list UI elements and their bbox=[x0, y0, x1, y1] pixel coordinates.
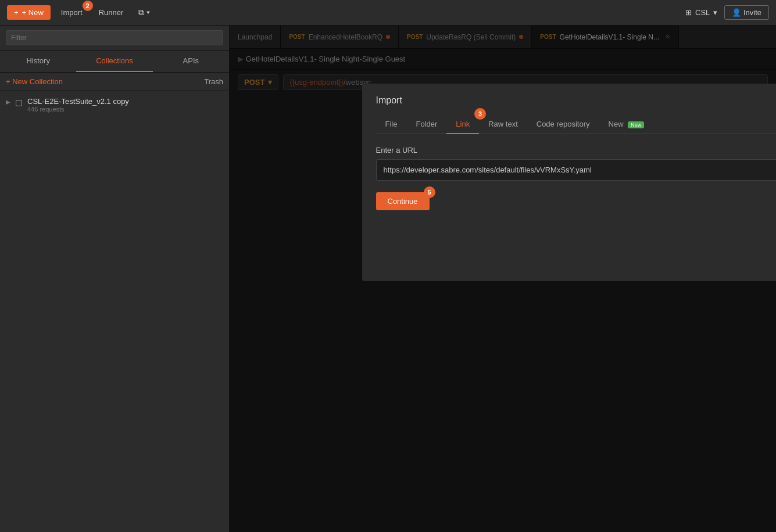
file-tab-label: File bbox=[385, 120, 398, 128]
list-item[interactable]: ▶ ▢ CSL-E2E-TestSuite_v2.1 copy 446 requ… bbox=[0, 91, 229, 118]
trash-button[interactable]: Trash bbox=[204, 77, 223, 86]
person-icon: 👤 bbox=[732, 8, 741, 17]
runner-button[interactable]: Runner bbox=[93, 5, 130, 20]
sidebar-item-collections[interactable]: Collections bbox=[76, 51, 152, 72]
copy-button[interactable]: ⧉ ▾ bbox=[134, 5, 155, 20]
import-button[interactable]: Import 2 bbox=[55, 5, 88, 20]
runner-label: Runner bbox=[99, 8, 124, 17]
history-tab-label: History bbox=[26, 56, 49, 65]
content-area: Launchpad POST EnhancedHotelBookRQ POST … bbox=[230, 26, 776, 532]
url-input-field[interactable] bbox=[376, 159, 777, 181]
sidebar-actions: + New Collection Trash bbox=[0, 73, 229, 91]
link-tab-label: Link bbox=[456, 120, 470, 128]
modal-overlay: Import × File Folder Link 3 bbox=[230, 26, 776, 532]
step-badge-5: 5 bbox=[424, 186, 435, 198]
folder-tab-label: Folder bbox=[416, 120, 437, 128]
collection-count: 446 requests bbox=[27, 106, 129, 113]
continue-button[interactable]: Continue bbox=[376, 192, 430, 210]
rawtext-tab-label: Raw text bbox=[488, 120, 518, 128]
tab-coderepository[interactable]: Code repository bbox=[527, 115, 599, 134]
tab-folder[interactable]: Folder bbox=[406, 115, 446, 134]
invite-button[interactable]: 👤 Invite bbox=[724, 5, 769, 20]
folder-icon: ▢ bbox=[15, 98, 23, 107]
grid-icon: ⊞ bbox=[685, 8, 692, 17]
apis-tab-label: APIs bbox=[183, 56, 199, 65]
new-tab-label: New bbox=[609, 120, 624, 128]
sidebar-item-apis[interactable]: APIs bbox=[153, 51, 229, 72]
topbar: + + New Import 2 Runner ⧉ ▾ ⊞ CSL ▾ 👤 In… bbox=[0, 0, 776, 26]
search-input[interactable] bbox=[6, 30, 223, 45]
tab-rawtext[interactable]: Raw text bbox=[479, 115, 527, 134]
sidebar-tabs: History Collections APIs bbox=[0, 51, 229, 73]
topbar-right: ⊞ CSL ▾ 👤 Invite bbox=[685, 5, 769, 20]
chevron-down-icon: ▾ bbox=[713, 8, 717, 17]
import-modal: Import × File Folder Link 3 bbox=[362, 84, 777, 281]
chevron-right-icon: ▶ bbox=[6, 99, 10, 105]
new-button[interactable]: + + New bbox=[7, 5, 51, 20]
tab-new[interactable]: New New bbox=[599, 115, 654, 134]
url-label-text: Enter a URL bbox=[376, 146, 418, 154]
continue-label: Continue bbox=[388, 197, 418, 206]
modal-title-text: Import bbox=[376, 95, 402, 105]
import-badge: 2 bbox=[83, 1, 93, 11]
new-collection-label: + New Collection bbox=[6, 77, 63, 86]
tab-file[interactable]: File bbox=[376, 115, 407, 134]
sidebar: History Collections APIs + New Collectio… bbox=[0, 26, 230, 532]
new-badge: New bbox=[628, 121, 644, 128]
sidebar-search-container bbox=[0, 26, 229, 51]
modal-title: Import bbox=[376, 95, 777, 106]
collection-name: CSL-E2E-TestSuite_v2.1 copy bbox=[27, 97, 129, 106]
workspace-selector[interactable]: ⊞ CSL ▾ bbox=[685, 8, 717, 17]
url-input-label: Enter a URL bbox=[376, 146, 777, 154]
collections-tab-label: Collections bbox=[96, 56, 133, 65]
trash-label: Trash bbox=[204, 77, 223, 86]
sidebar-item-history[interactable]: History bbox=[0, 51, 76, 72]
workspace-name: CSL bbox=[695, 8, 710, 17]
modal-tabs: File Folder Link 3 Raw text Code reposit… bbox=[376, 115, 777, 134]
plus-icon: + bbox=[14, 8, 19, 17]
invite-label: Invite bbox=[743, 8, 761, 17]
main-layout: History Collections APIs + New Collectio… bbox=[0, 26, 776, 532]
new-collection-button[interactable]: + New Collection bbox=[6, 77, 63, 86]
coderepository-tab-label: Code repository bbox=[537, 120, 590, 128]
new-label: + New bbox=[21, 8, 44, 17]
import-label: Import bbox=[61, 8, 83, 17]
tab-link[interactable]: Link 3 bbox=[446, 115, 479, 134]
